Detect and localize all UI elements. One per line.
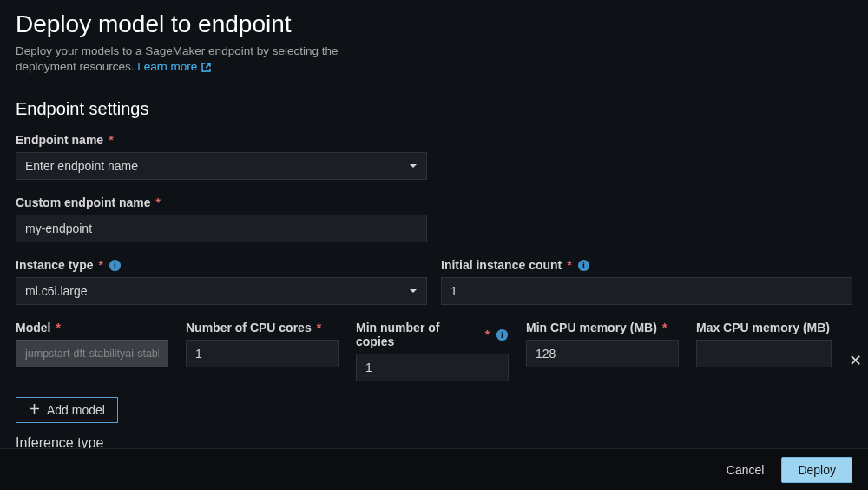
custom-endpoint-name-input[interactable] [16,215,427,242]
caret-down-icon [409,159,418,173]
instance-type-value: ml.c6i.large [25,284,88,298]
min-copies-label: Min number of copies* i [356,321,509,348]
min-mem-input[interactable] [526,340,679,368]
endpoint-name-select[interactable]: Enter endpoint name [16,152,427,180]
initial-instance-count-label: Initial instance count* i [441,258,852,272]
footer-bar: Cancel Deploy [0,448,868,490]
instance-type-select[interactable]: ml.c6i.large [16,277,427,305]
svg-text:i: i [582,261,585,270]
cancel-button[interactable]: Cancel [727,463,765,477]
endpoint-name-placeholder: Enter endpoint name [25,159,138,173]
info-icon[interactable]: i [108,258,122,272]
learn-more-link[interactable]: Learn more [137,59,212,75]
inference-type-heading: Inference type [16,435,852,448]
min-mem-label: Min CPU memory (MB)* [526,321,679,334]
cpu-cores-input[interactable] [186,340,339,368]
svg-text:i: i [115,261,117,270]
page-subtitle: Deploy your models to a SageMaker endpoi… [16,43,389,75]
external-link-icon [201,62,212,73]
close-icon: ✕ [849,351,862,370]
svg-text:i: i [501,330,503,340]
model-input[interactable] [16,340,168,368]
cpu-cores-label: Number of CPU cores* [186,321,339,334]
caret-down-icon [409,284,418,298]
add-model-label: Add model [47,403,105,417]
max-mem-input[interactable] [696,340,832,368]
info-icon[interactable]: i [495,328,509,341]
initial-instance-count-input[interactable] [441,277,852,305]
instance-type-label: Instance type* i [16,258,427,272]
max-mem-label: Max CPU memory (MB) [696,321,832,334]
section-endpoint-settings: Endpoint settings [16,99,852,119]
page-title: Deploy model to endpoint [16,10,852,38]
endpoint-name-label: Endpoint name* [16,133,427,147]
plus-icon [29,403,40,417]
info-icon[interactable]: i [577,258,591,272]
deploy-button[interactable]: Deploy [781,457,852,483]
add-model-button[interactable]: Add model [16,397,118,423]
min-copies-input[interactable] [356,354,509,381]
custom-endpoint-name-label: Custom endpoint name* [16,195,427,209]
model-label: Model* [16,321,168,334]
remove-row-button[interactable]: ✕ [849,321,862,381]
learn-more-label: Learn more [137,59,197,75]
